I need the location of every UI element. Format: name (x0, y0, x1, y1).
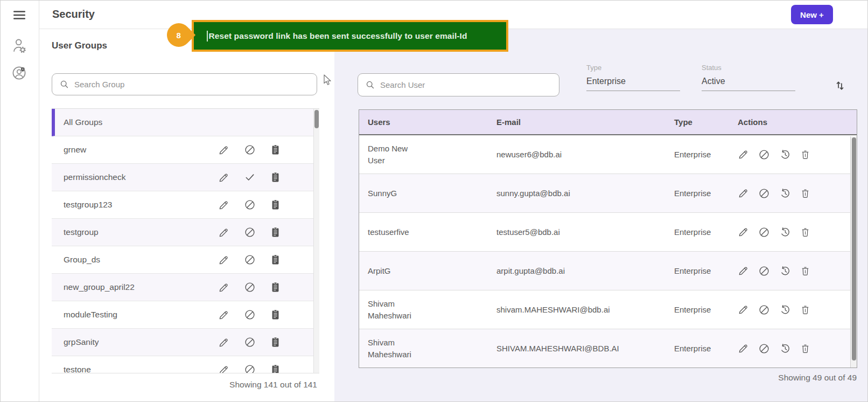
edit-icon[interactable] (218, 337, 229, 348)
delete-icon[interactable] (800, 304, 810, 316)
group-row[interactable]: testgroup (52, 219, 319, 246)
delete-icon[interactable] (800, 265, 810, 277)
group-rows: All Groups grnew permissioncheck (52, 109, 319, 373)
reset-password-history-icon[interactable] (779, 226, 791, 238)
user-settings-icon[interactable] (11, 37, 28, 54)
block-icon[interactable] (244, 199, 256, 211)
group-name: permissioncheck (64, 172, 125, 182)
users-count: Showing 49 out of 49 (647, 373, 857, 383)
block-icon[interactable] (758, 343, 770, 355)
edit-icon[interactable] (738, 265, 749, 276)
user-search-input[interactable] (380, 80, 551, 89)
group-row[interactable]: permissioncheck (52, 164, 319, 191)
block-icon[interactable] (758, 226, 770, 238)
clipboard-icon[interactable] (270, 336, 281, 348)
block-icon[interactable] (244, 144, 256, 156)
block-icon[interactable] (758, 304, 770, 316)
reset-password-history-icon[interactable] (779, 343, 791, 355)
user-row[interactable]: SunnyG sunny.gupta@bdb.ai Enterprise (359, 174, 857, 213)
edit-icon[interactable] (218, 282, 229, 293)
group-name: grnew (64, 145, 86, 155)
menu-icon[interactable] (11, 8, 28, 22)
block-icon[interactable] (244, 281, 256, 293)
block-icon[interactable] (244, 364, 256, 373)
group-name: moduleTesting (64, 310, 117, 320)
status-filter[interactable]: Status Active (702, 64, 795, 91)
edit-icon[interactable] (218, 254, 229, 266)
reset-password-history-icon[interactable] (779, 188, 791, 199)
edit-icon[interactable] (218, 172, 229, 183)
user-search[interactable] (358, 73, 559, 96)
status-filter-label: Status (702, 64, 795, 72)
text-cursor (207, 31, 208, 41)
sidebar (1, 1, 39, 402)
group-row[interactable]: grpSanity (52, 329, 319, 356)
group-row[interactable]: new_group_april22 (52, 274, 319, 301)
users-table-header: Users E-mail Type Actions (359, 110, 857, 135)
user-type: Enterprise (666, 227, 729, 237)
step-badge-number: 8 (177, 31, 181, 40)
edit-icon[interactable] (738, 188, 749, 199)
block-icon[interactable] (244, 226, 256, 238)
block-icon[interactable] (758, 188, 770, 199)
user-security-icon[interactable] (11, 65, 27, 81)
edit-icon[interactable] (738, 343, 749, 354)
group-row[interactable]: testone (52, 356, 319, 373)
edit-icon[interactable] (738, 304, 749, 315)
block-icon[interactable] (244, 254, 256, 266)
new-button[interactable]: New + (791, 5, 833, 24)
user-row[interactable]: testuserfive testuser5@bdb.ai Enterprise (359, 213, 857, 252)
mouse-cursor (322, 74, 334, 87)
group-row[interactable]: testgroup123 (52, 191, 319, 219)
reset-password-history-icon[interactable] (779, 304, 791, 316)
edit-icon[interactable] (738, 226, 749, 238)
user-row[interactable]: ArpitG arpit.gupta@bdb.ai Enterprise (359, 252, 857, 290)
groups-panel-title: User Groups (52, 40, 107, 51)
search-icon (366, 80, 375, 89)
edit-icon[interactable] (218, 309, 229, 321)
delete-icon[interactable] (800, 343, 810, 355)
sort-icon[interactable] (833, 78, 847, 93)
type-filter[interactable]: Type Enterprise (586, 64, 680, 91)
reset-password-history-icon[interactable] (779, 149, 791, 161)
edit-icon[interactable] (218, 144, 229, 156)
edit-icon[interactable] (738, 149, 749, 160)
block-icon[interactable] (758, 265, 770, 277)
clipboard-icon[interactable] (270, 226, 281, 238)
page-title: Security (52, 8, 95, 20)
clipboard-icon[interactable] (270, 364, 281, 373)
group-search-input[interactable] (74, 80, 309, 89)
user-row[interactable]: Shivam Maheshwari shivam.MAHESHWARI@bdb.… (359, 290, 857, 329)
clipboard-icon[interactable] (270, 144, 281, 156)
delete-icon[interactable] (800, 149, 810, 161)
group-list-scrollbar[interactable] (313, 109, 319, 373)
success-toast: Reset password link has been sent succes… (192, 20, 508, 52)
user-email: sunny.gupta@bdb.ai (488, 189, 666, 198)
toast-message: Reset password link has been sent succes… (209, 31, 467, 41)
group-search[interactable] (52, 73, 317, 95)
group-name: new_group_april22 (64, 282, 135, 292)
user-row[interactable]: Shivam Maheshwari SHIVAM.MAHESHWARI@BDB.… (359, 329, 857, 368)
clipboard-icon[interactable] (270, 171, 281, 183)
group-row[interactable]: moduleTesting (52, 301, 319, 329)
group-row[interactable]: grnew (52, 136, 319, 164)
clipboard-icon[interactable] (270, 199, 281, 211)
clipboard-icon[interactable] (270, 281, 281, 293)
edit-icon[interactable] (218, 227, 229, 238)
group-row[interactable]: Group_ds (52, 246, 319, 274)
block-icon[interactable] (758, 149, 770, 161)
edit-icon[interactable] (218, 199, 229, 211)
users-table-scrollbar[interactable] (850, 136, 857, 368)
check-icon[interactable] (244, 171, 256, 183)
reset-password-history-icon[interactable] (779, 265, 791, 277)
group-row[interactable]: All Groups (52, 109, 319, 136)
group-name: testgroup123 (64, 200, 113, 210)
block-icon[interactable] (244, 336, 256, 348)
delete-icon[interactable] (800, 188, 810, 199)
edit-icon[interactable] (218, 364, 229, 374)
clipboard-icon[interactable] (270, 309, 281, 321)
clipboard-icon[interactable] (270, 254, 281, 266)
user-row[interactable]: Demo New User newuser6@bdb.ai Enterprise (359, 135, 857, 174)
block-icon[interactable] (244, 309, 256, 321)
delete-icon[interactable] (800, 226, 810, 238)
